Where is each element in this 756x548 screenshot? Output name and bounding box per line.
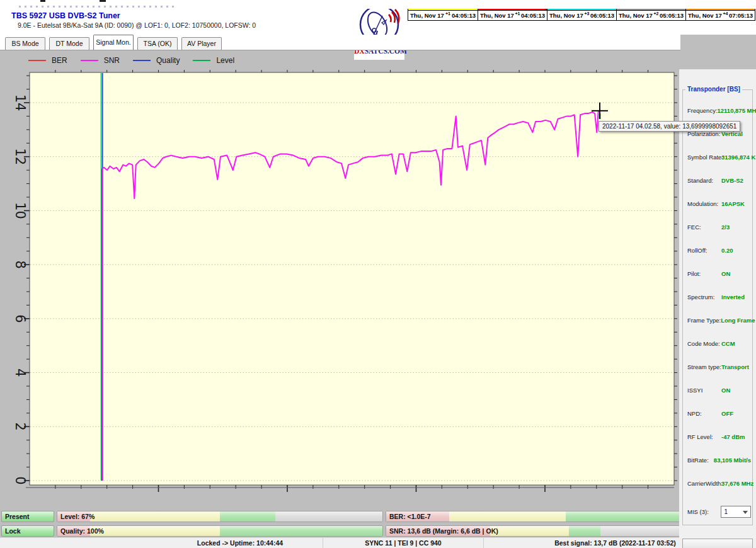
clock-utc-offset: +1 <box>444 11 452 16</box>
progress-segment <box>490 526 569 536</box>
app-title: TBS 5927 USB DVB-S2 Tuner <box>11 11 120 20</box>
field-value: 12110,875 MHz <box>718 107 756 114</box>
clock-date: Thu, Nov 17 <box>549 12 583 19</box>
transponder-field-row: Stream type:Transport <box>683 355 752 379</box>
mis-label: MIS (3): <box>687 508 721 515</box>
transponder-field-row: BitRate:83,105 Mbit/s <box>683 448 752 472</box>
signal-chart: 02468101214 <box>3 50 679 508</box>
transponder-field-row: CarrierWidth:37,676 MHz <box>683 472 752 495</box>
header: TBS 5927 USB DVB-S2 Tuner 9.0E - Eutelsa… <box>0 9 756 35</box>
field-value: OFF <box>721 410 751 417</box>
clock-time: Thu, Nov 17+306:05:13 <box>547 11 616 20</box>
transponder-field-row: NPD:OFF <box>683 402 752 425</box>
clipped-text-row <box>19 6 176 8</box>
field-value: DVB-S2 <box>721 177 751 184</box>
transponder-field-row: Code Mode:CCM <box>683 332 752 355</box>
progress-bar: Quality: 100% <box>57 525 383 537</box>
signal-bar-row: LockQuality: 100%SNR: 13,6 dB (Margin: 6… <box>1 525 756 537</box>
field-value: 83,105 Mbit/s <box>714 457 751 464</box>
chart-tooltip: 2022-11-17 04.02.58, value: 13,699999809… <box>598 121 740 132</box>
mis-row: MIS (3):1 <box>683 504 752 519</box>
field-value: Transport <box>721 363 751 370</box>
progress-label: Level: 67% <box>60 511 94 522</box>
field-value: Long Frame <box>721 317 755 324</box>
clock-time: Thu, Nov 17+205:05:13 <box>617 11 685 20</box>
svg-text:12: 12 <box>13 148 28 165</box>
transponder-field-row: FEC:2/3 <box>683 215 752 239</box>
progress-label: Quality: 100% <box>60 526 104 536</box>
field-label: Frame Type: <box>687 317 721 324</box>
field-value: CCM <box>721 340 751 347</box>
transponder-field-row: Frequency:12110,875 MHz <box>683 99 752 122</box>
field-label: Standard: <box>687 177 721 184</box>
field-value: 0.20 <box>721 247 751 254</box>
field-value: -47 dBm <box>721 433 751 440</box>
clock-hms: 06:05:13 <box>590 12 614 19</box>
signal-status-bars: PresentLevel: 67%BER: <1.0E-7Input (~21,… <box>0 508 756 537</box>
groupbox-title: Transponder [BS] <box>685 86 742 93</box>
tab-signal-mon-[interactable]: Signal Mon. <box>93 35 134 50</box>
statusbar-uptime: Locked -> Uptime: 10:44:44 <box>0 538 323 548</box>
clock-utc-offset: +4 <box>722 11 729 16</box>
clock-date: Thu, Nov 17 <box>480 12 514 19</box>
transponder-field-row: Frame Type:Long Frame <box>683 309 752 332</box>
clock-time: Thu, Nov 17+407:05:13 <box>686 11 755 20</box>
status-bar: Locked -> Uptime: 10:44:44 SYNC 11 | TEI… <box>0 537 756 548</box>
field-label: NPD: <box>687 410 721 417</box>
dxsatcs-logo: DXSATCS.COM <box>354 3 404 60</box>
svg-text:14: 14 <box>13 94 28 111</box>
window-top-clipped-row <box>0 0 756 9</box>
indicator-lock: Lock <box>1 525 54 537</box>
transponder-field-row: Standard:DVB-S2 <box>683 169 752 192</box>
transponder-list-button[interactable] <box>682 539 753 548</box>
transponder-groupbox: Transponder [BS] Frequency:12110,875 MHz… <box>682 89 753 525</box>
field-label: Symbol Rate: <box>687 154 721 161</box>
tab-av-player[interactable]: AV Player <box>181 37 222 50</box>
transponder-field-row: Pilot:ON <box>683 262 752 285</box>
field-value: 16APSK <box>721 200 751 207</box>
svg-text:6: 6 <box>13 314 28 323</box>
tuner-subtitle: 9.0E - Eutelsat 9B/Ka-Sat 9A (ID: 0090) … <box>18 21 256 29</box>
svg-text:4: 4 <box>13 368 28 377</box>
clock-utc-offset: +3 <box>583 11 590 16</box>
clipped-ui-fragment <box>40 0 45 2</box>
field-label: RollOff: <box>687 247 721 254</box>
progress-segment <box>569 526 600 536</box>
progress-segment <box>90 526 220 536</box>
field-value: 37,676 MHz <box>721 480 753 487</box>
field-value: 31396,874 KS/s <box>721 154 756 161</box>
field-label: Modulation: <box>687 200 721 207</box>
transponder-field-row: Symbol Rate:31396,874 KS/s <box>683 146 752 169</box>
field-value: 2/3 <box>721 224 751 231</box>
field-label: BitRate: <box>687 457 714 464</box>
clipped-ui-fragment <box>100 0 106 2</box>
transponder-field-row: ISSYION <box>683 379 752 402</box>
tab-tsa-ok-[interactable]: TSA (OK) <box>137 37 178 50</box>
app-window: TBS 5927 USB DVB-S2 Tuner 9.0E - Eutelsa… <box>0 0 756 548</box>
clock-utc-offset: +2 <box>653 11 660 16</box>
field-label: Spectrum: <box>687 294 721 300</box>
transponder-sidebar: Transponder [BS] Frequency:12110,875 MHz… <box>679 69 756 548</box>
field-label: Pilot: <box>687 270 721 277</box>
transponder-fields: Frequency:12110,875 MHzPolarization:Vert… <box>683 99 752 519</box>
indicator-present: Present <box>1 511 54 522</box>
progress-label: SNR: 13,6 dB (Margin: 6,6 dB | OK) <box>389 526 498 536</box>
clock-time: Thu, Nov 17+104:05:13 <box>408 11 478 20</box>
clock-hms: 04:05:13 <box>452 12 476 19</box>
svg-text:8: 8 <box>13 260 28 268</box>
field-label: Frequency: <box>687 107 718 114</box>
field-label: Code Mode: <box>687 340 721 347</box>
clock-date: Thu, Nov 17 <box>619 12 653 19</box>
chevron-down-icon <box>743 511 748 514</box>
tab-bs-mode[interactable]: BS Mode <box>5 37 45 50</box>
mis-dropdown[interactable]: 1 <box>721 506 751 518</box>
progress-bar: BER: <1.0E-7 <box>386 511 702 522</box>
clock-date: Thu, Nov 17 <box>688 12 722 19</box>
tab-bar: BS ModeDT ModeSignal Mon.TSA (OK)AV Play… <box>0 35 680 50</box>
mis-selected-value: 1 <box>724 508 728 515</box>
progress-segment <box>275 511 382 522</box>
progress-segment <box>220 511 275 522</box>
svg-text:2: 2 <box>13 423 28 431</box>
tab-dt-mode[interactable]: DT Mode <box>49 37 89 50</box>
clock-time: Thu, Nov 17+104:05:13 <box>478 11 547 20</box>
